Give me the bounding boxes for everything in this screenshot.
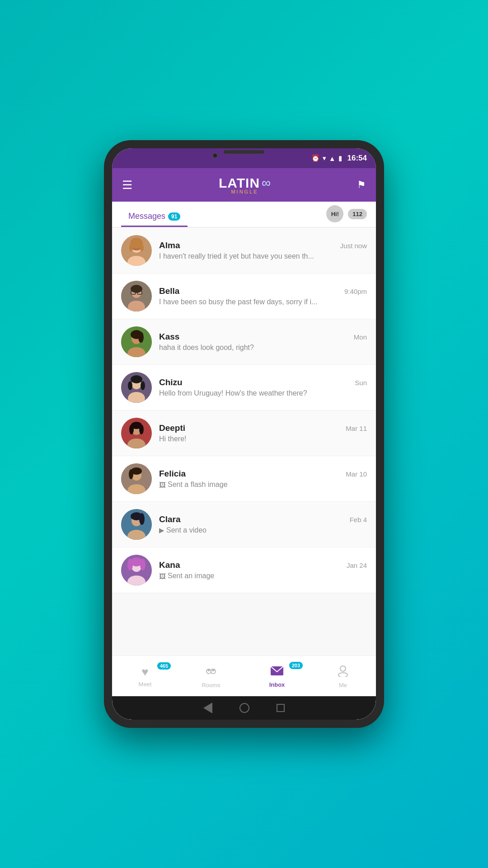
msg-name-alma: Alma <box>159 241 180 250</box>
menu-icon[interactable]: ☰ <box>122 178 132 192</box>
home-button[interactable] <box>239 703 249 713</box>
battery-icon: ▮ <box>338 154 342 162</box>
svg-point-10 <box>131 285 142 293</box>
msg-time-deepti: Mar 11 <box>346 425 367 432</box>
bottom-nav: 465 ♥ Meet Rooms 203 <box>112 656 376 696</box>
svg-point-29 <box>129 425 134 434</box>
msg-preview-felicia: 🖼 Sent a flash image <box>159 481 367 489</box>
svg-point-24 <box>141 381 145 390</box>
msg-name-felicia: Felicia <box>159 469 186 479</box>
signal-icon: ▲ <box>329 155 336 162</box>
msg-preview-chizu: Hello from Uruguay! How's the weather th… <box>159 389 367 397</box>
recents-button[interactable] <box>277 704 285 712</box>
message-item-chizu[interactable]: Chizu Sun Hello from Uruguay! How's the … <box>112 365 376 410</box>
logo-mingle: MINGLE <box>231 189 258 194</box>
nav-label-rooms: Rooms <box>202 682 220 689</box>
avatar-kass <box>121 326 152 357</box>
message-item-clara[interactable]: Clara Feb 4 ▶ Sent a video <box>112 502 376 547</box>
hi-count-badge[interactable]: 112 <box>348 209 367 219</box>
nav-label-meet: Meet <box>139 681 152 688</box>
home-indicator <box>112 696 376 720</box>
svg-point-52 <box>340 666 346 671</box>
svg-point-18 <box>138 332 144 343</box>
message-item-deepti[interactable]: Deepti Mar 11 Hi there! <box>112 410 376 456</box>
inbox-icon <box>270 665 284 679</box>
svg-point-30 <box>139 425 144 434</box>
svg-point-49 <box>207 669 210 671</box>
inbox-badge: 203 <box>289 662 303 669</box>
avatar-clara <box>121 509 152 540</box>
msg-content-bella: Bella 9:40pm I have been so busy the pas… <box>159 286 367 306</box>
messages-list: Alma Just now I haven't really tried it … <box>112 228 376 656</box>
svg-point-40 <box>139 513 145 525</box>
rooms-icon <box>205 664 217 680</box>
tab-bar: Messages 91 Hi! 112 <box>112 202 376 228</box>
msg-name-bella: Bella <box>159 286 179 296</box>
msg-name-kass: Kass <box>159 332 179 342</box>
svg-point-53 <box>338 673 347 677</box>
svg-point-22 <box>131 375 142 383</box>
heart-icon: ♥ <box>141 665 148 679</box>
msg-time-felicia: Mar 10 <box>346 470 367 478</box>
nav-item-rooms[interactable]: Rooms <box>178 664 244 689</box>
logo-text: LATIN <box>219 175 260 191</box>
nav-item-me[interactable]: Me <box>310 664 376 689</box>
msg-content-alma: Alma Just now I haven't really tried it … <box>159 241 367 260</box>
msg-time-alma: Just now <box>340 242 367 250</box>
nav-item-inbox[interactable]: 203 Inbox <box>244 665 310 688</box>
logo-infinity: ∞ <box>262 176 271 190</box>
msg-time-chizu: Sun <box>355 379 367 387</box>
msg-content-kana: Kana Jan 24 🖼 Sent an image <box>159 560 367 580</box>
nav-label-inbox: Inbox <box>269 681 285 688</box>
nav-label-me: Me <box>339 682 347 689</box>
tab-messages-label: Messages <box>128 212 165 221</box>
msg-content-felicia: Felicia Mar 10 🖼 Sent a flash image <box>159 469 367 489</box>
svg-point-6 <box>140 244 144 251</box>
msg-time-bella: 9:40pm <box>344 288 367 295</box>
app-logo: LATIN ∞ MINGLE <box>219 175 271 194</box>
alarm-icon: ⏰ <box>311 154 320 162</box>
flag-icon[interactable]: ⚑ <box>357 179 366 191</box>
avatar-deepti <box>121 418 152 448</box>
msg-content-kass: Kass Mon haha it does look good, right? <box>159 332 367 352</box>
msg-time-clara: Feb 4 <box>350 516 367 524</box>
msg-preview-alma: I haven't really tried it yet but have y… <box>159 252 367 260</box>
nav-item-meet[interactable]: 465 ♥ Meet <box>112 665 178 688</box>
image-icon-kana: 🖼 <box>159 572 166 580</box>
message-item-kana[interactable]: Kana Jan 24 🖼 Sent an image <box>112 547 376 593</box>
avatar-felicia <box>121 463 152 494</box>
profile-icon <box>337 664 349 680</box>
msg-preview-kana: 🖼 Sent an image <box>159 572 367 580</box>
svg-point-46 <box>140 559 145 571</box>
msg-name-clara: Clara <box>159 514 181 524</box>
phone-speaker <box>224 150 264 154</box>
msg-time-kass: Mon <box>354 333 367 341</box>
msg-name-deepti: Deepti <box>159 423 185 433</box>
avatar-bella <box>121 281 152 311</box>
hi-badge[interactable]: Hi! <box>326 205 343 222</box>
wifi-icon: ▾ <box>323 154 326 162</box>
msg-content-clara: Clara Feb 4 ▶ Sent a video <box>159 514 367 534</box>
msg-name-kana: Kana <box>159 560 180 570</box>
phone-frame: ⏰ ▾ ▲ ▮ 16:54 ☰ LATIN ∞ MINGLE ⚑ Message… <box>104 140 384 728</box>
messages-badge: 91 <box>168 212 180 221</box>
svg-point-23 <box>128 381 132 390</box>
phone-screen: ⏰ ▾ ▲ ▮ 16:54 ☰ LATIN ∞ MINGLE ⚑ Message… <box>112 148 376 720</box>
avatar-alma <box>121 235 152 266</box>
message-item-felicia[interactable]: Felicia Mar 10 🖼 Sent a flash image <box>112 456 376 502</box>
avatar-kana <box>121 555 152 585</box>
app-bar: ☰ LATIN ∞ MINGLE ⚑ <box>112 168 376 202</box>
message-item-kass[interactable]: Kass Mon haha it does look good, right? <box>112 319 376 365</box>
msg-name-chizu: Chizu <box>159 377 183 387</box>
svg-point-5 <box>129 244 133 251</box>
svg-point-35 <box>129 469 133 479</box>
svg-point-50 <box>212 669 215 671</box>
message-item-alma[interactable]: Alma Just now I haven't really tried it … <box>112 228 376 274</box>
back-button[interactable] <box>203 703 212 713</box>
msg-content-chizu: Chizu Sun Hello from Uruguay! How's the … <box>159 377 367 397</box>
tab-messages[interactable]: Messages 91 <box>121 207 188 227</box>
svg-point-45 <box>127 559 133 571</box>
msg-time-kana: Jan 24 <box>347 561 367 569</box>
message-item-bella[interactable]: Bella 9:40pm I have been so busy the pas… <box>112 274 376 319</box>
status-time: 16:54 <box>347 154 367 163</box>
